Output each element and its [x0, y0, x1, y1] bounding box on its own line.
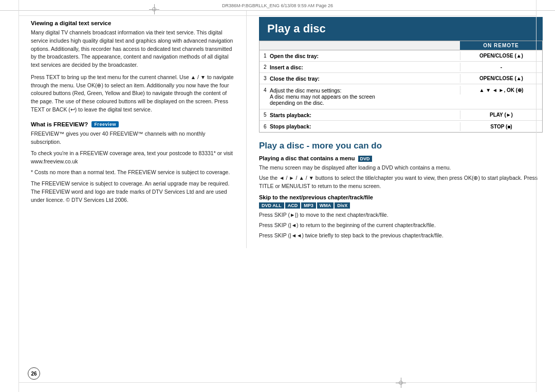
table-row: 5 Starts playback: PLAY (►) — [260, 109, 542, 121]
row-label-2: Insert a disc: — [268, 63, 460, 72]
section2-title: What is FREEVIEW? Freeview — [31, 121, 234, 128]
reg-mark-top-left — [149, 4, 159, 14]
table-row: 2 Insert a disc: - — [260, 62, 542, 73]
play-disc-header: Play a disc — [259, 17, 543, 41]
table-header-left — [260, 41, 460, 50]
badge-dvd-all: DVD ALL — [259, 202, 284, 209]
format-badges: DVD ALL ACD MP3 WMA DivX — [259, 202, 543, 209]
badge-acd: ACD — [285, 202, 301, 209]
left-column: Viewing a digital text service Many digi… — [0, 11, 247, 248]
badge-wma: WMA — [317, 202, 334, 209]
border-bottom — [18, 382, 536, 383]
row-value-5: PLAY (►) — [460, 110, 542, 119]
subsection2-title: Skip to the next/previous chapter/track/… — [259, 194, 543, 200]
right-column: Play a disc ON REMOTE 1 Open the disc tr… — [247, 11, 555, 248]
section1-para1: Many digital TV channels broadcast infor… — [31, 29, 234, 69]
subsection2-text2: Press SKIP (|◄) to return to the beginni… — [259, 221, 543, 230]
row-num-3: 3 — [260, 74, 268, 83]
header-line: DR386M-P.BGBRLLK_ENG 6/13/08 9:59 AM Pag… — [0, 0, 555, 11]
page-container: DR386M-P.BGBRLLK_ENG 6/13/08 9:59 AM Pag… — [0, 0, 555, 392]
table-row: 6 Stops playback: STOP (■) — [260, 121, 542, 132]
badge-divx: DivX — [335, 202, 350, 209]
border-left — [18, 0, 19, 392]
section1-para2: Press TEXT to bring up the text menu for… — [31, 73, 234, 114]
row-value-3: OPEN/CLOSE (▲) — [460, 74, 542, 83]
section2-para3: * Costs no more than a normal text. The … — [31, 169, 234, 177]
subsection1-title: Playing a disc that contains a menu DVD — [259, 155, 543, 162]
page-number: 26 — [28, 367, 40, 380]
row-label-5: Starts playback: — [268, 110, 460, 120]
table-row: 3 Close the disc tray: OPEN/CLOSE (▲) — [260, 73, 542, 84]
row-label-1: Open the disc tray: — [268, 51, 460, 61]
row-num-6: 6 — [260, 122, 268, 131]
reg-mark-bottom-right — [396, 378, 406, 388]
border-right — [536, 0, 536, 392]
row-label-3: Close the disc tray: — [268, 74, 460, 83]
on-remote-label: ON REMOTE — [460, 41, 542, 50]
section1-title: Viewing a digital text service — [31, 20, 234, 26]
row-label-4: Adjust the disc menu settings: A disc me… — [268, 86, 460, 107]
section2-para4: The FREEVIEW service is subject to cover… — [31, 180, 234, 204]
table-row: 4 Adjust the disc menu settings: A disc … — [260, 84, 542, 109]
row-num-4: 4 — [260, 86, 268, 95]
dvd-badge: DVD — [358, 156, 372, 162]
row-num-2: 2 — [260, 63, 268, 71]
section2-para1: FREEVIEW™ gives you over 40 FREEVIEW™ ch… — [31, 130, 234, 146]
more-section-title: Play a disc - more you can do — [259, 141, 543, 151]
row-num-5: 5 — [260, 110, 268, 119]
play-disc-table: ON REMOTE 1 Open the disc tray: OPEN/CLO… — [259, 41, 543, 133]
row-value-4: ▲ ▼ ◄ ►, OK (⊕) — [460, 86, 542, 95]
header-text: DR386M-P.BGBRLLK_ENG 6/13/08 9:59 AM Pag… — [222, 3, 333, 8]
section2-para2: To check you're in a FREEVIEW coverage a… — [31, 150, 234, 166]
row-value-1: OPEN/CLOSE (▲) — [460, 51, 542, 60]
subsection2-text3: Press SKIP (|◄◄) twice briefly to step b… — [259, 232, 543, 240]
border-top — [18, 15, 536, 16]
row-value-6: STOP (■) — [460, 122, 542, 131]
main-content: Viewing a digital text service Many digi… — [0, 11, 555, 248]
subsection1-text2: Use the ◄ / ► / ▲ / ▼ buttons to select … — [259, 174, 543, 191]
table-header: ON REMOTE — [260, 41, 542, 50]
row-label-4-sub: A disc menu may not appears on the scree… — [270, 94, 458, 106]
row-label-6: Stops playback: — [268, 122, 460, 131]
badge-mp3: MP3 — [301, 202, 316, 209]
row-value-2: - — [460, 63, 542, 71]
table-row: 1 Open the disc tray: OPEN/CLOSE (▲) — [260, 50, 542, 62]
subsection2-text1: Press SKIP (►|) to move to the next chap… — [259, 211, 543, 219]
freeview-logo: Freeview — [91, 121, 119, 127]
row-num-1: 1 — [260, 51, 268, 60]
play-disc-title: Play a disc — [267, 22, 326, 35]
subsection1-text: The menu screen may be displayed after l… — [259, 164, 543, 172]
row-label-4-main: Adjust the disc menu settings: — [270, 87, 458, 94]
